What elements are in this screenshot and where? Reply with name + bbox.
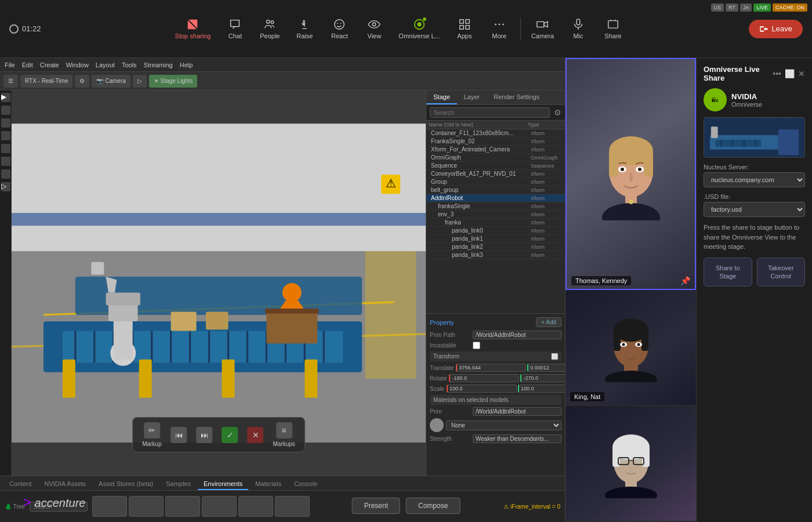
tab-render-settings[interactable]: Render Settings (487, 90, 546, 104)
takeover-control-button[interactable]: Takeover Control (757, 258, 806, 287)
markup-list[interactable]: ≡ Markups (273, 422, 295, 447)
ls-eye-btn[interactable] (1, 157, 10, 166)
share-label: Share (604, 32, 621, 39)
incastable-checkbox[interactable] (473, 342, 480, 349)
stage-lights-btn[interactable]: ☀ Stage Lights (149, 75, 197, 88)
compose-button[interactable]: Compose (406, 498, 460, 514)
tree-item[interactable]: FrankaSingle_02 Xform (426, 137, 565, 146)
panel-action-buttons: Share to Stage Takeover Control (704, 258, 805, 287)
toolbar-camera-btn[interactable]: 📷 Camera (92, 75, 130, 88)
toolbar-settings-btn[interactable]: ⚙ (75, 75, 89, 88)
scale-y[interactable] (518, 385, 565, 393)
share-button[interactable]: Share (597, 14, 629, 43)
leave-button[interactable]: Leave (749, 20, 803, 38)
camera-button[interactable]: Camera (525, 14, 560, 43)
present-button[interactable]: Present (352, 498, 400, 514)
tree-item[interactable]: panda_link1 Xform (426, 235, 565, 243)
tree-item[interactable]: ConveyorBelt_A17_PR_NVD_01 Xform (426, 170, 565, 178)
omniverse-button[interactable]: Omniverse L... (393, 14, 446, 43)
tree-item[interactable]: panda_link2 Xform (426, 243, 565, 251)
ls-camera-btn[interactable] (1, 144, 10, 153)
menu-file[interactable]: File (5, 61, 15, 68)
translate-x[interactable] (456, 364, 526, 372)
menu-help[interactable]: Help (180, 61, 193, 68)
react-button[interactable]: React (323, 14, 356, 43)
tab-content[interactable]: Content (3, 478, 38, 490)
tree-item[interactable]: Group Xform (426, 178, 565, 186)
svg-point-5 (338, 23, 339, 24)
panel-expand-icon[interactable]: ⬜ (785, 69, 795, 78)
share-to-stage-button[interactable]: Share to Stage (704, 258, 752, 287)
ls-select-btn[interactable]: ▶ (1, 93, 10, 102)
tree-item[interactable]: frankaSingle Xform (426, 202, 565, 211)
markup-close[interactable]: ✕ (248, 427, 264, 443)
ls-move-btn[interactable] (1, 106, 10, 115)
toolbar-rtx-btn[interactable]: ☰ (3, 75, 18, 88)
menu-edit[interactable]: Edit (22, 61, 33, 68)
tree-item[interactable]: panda_link3 Xform (426, 251, 565, 259)
tree-item[interactable]: panda_link0 Xform (426, 227, 565, 235)
ls-scale-btn[interactable] (1, 131, 10, 140)
tab-asset-stores[interactable]: Asset Stores (beta) (93, 478, 159, 490)
ls-render-btn[interactable] (1, 169, 10, 179)
tab-stage[interactable]: Stage (426, 90, 457, 104)
tab-layer[interactable]: Layer (457, 90, 487, 104)
panel-more-icon[interactable]: ••• (773, 69, 781, 78)
markup-pencil[interactable]: ✏ Markup (142, 422, 161, 447)
tab-samples[interactable]: Samples (160, 478, 197, 490)
toolbar-nav-btn[interactable]: ▷ (133, 75, 147, 88)
timeline-thumb (129, 496, 164, 517)
scale-x[interactable] (447, 385, 517, 393)
toolbar-mode-btn[interactable]: RTX - Real-Time (20, 75, 72, 88)
panel-close-icon[interactable]: ✕ (798, 69, 805, 78)
rotate-x[interactable] (449, 374, 519, 382)
material-select[interactable]: None (446, 420, 561, 430)
svg-point-16 (502, 24, 504, 26)
prim-path-input[interactable] (473, 331, 561, 339)
more-button[interactable]: More (483, 14, 516, 43)
tree-item[interactable]: OmniGraph OmniGraph (426, 154, 565, 162)
tree-item[interactable]: env_3 Xform (426, 211, 565, 219)
mic-button[interactable]: Mic (562, 14, 594, 43)
usd-select[interactable]: factory.usd (704, 202, 805, 217)
view-button[interactable]: View (358, 14, 390, 43)
ls-rotate-btn[interactable] (1, 118, 10, 128)
3d-viewport[interactable]: ⚠ ✏ Markup ⏮ ⏭ (12, 90, 426, 476)
menu-streaming[interactable]: Streaming (144, 61, 173, 68)
tree-item-selected[interactable]: AddtnlRobot Xform (426, 194, 565, 202)
markup-next[interactable]: ⏭ (197, 427, 213, 443)
stage-tree[interactable]: Container_F11_123x80x89cm... Xform Frank… (426, 129, 565, 313)
tab-nvidia-assets[interactable]: NVIDIA Assets (39, 478, 92, 490)
markup-prev[interactable]: ⏮ (171, 427, 187, 443)
apps-button[interactable]: Apps (448, 14, 481, 43)
transform-section[interactable]: Transform ⬜ (430, 351, 561, 361)
svg-point-3 (271, 21, 274, 24)
rotate-y[interactable] (520, 374, 565, 382)
tab-materials[interactable]: Materials (249, 478, 287, 490)
tree-item[interactable]: franka Xform (426, 219, 565, 227)
menu-tools[interactable]: Tools (122, 61, 137, 68)
ls-play-btn[interactable]: ▷ (1, 182, 10, 191)
filter-icon[interactable]: ⚙ (554, 108, 561, 117)
mat-prim-input[interactable] (473, 407, 561, 416)
tab-console[interactable]: Console (288, 478, 323, 490)
add-property-btn[interactable]: + Add (536, 317, 561, 327)
menu-layout[interactable]: Layout (96, 61, 115, 68)
menu-create[interactable]: Create (40, 61, 59, 68)
stop-sharing-button[interactable]: Stop sharing (169, 14, 217, 43)
menu-window[interactable]: Window (66, 61, 89, 68)
raise-button[interactable]: Raise (288, 14, 321, 43)
tree-item[interactable]: belt_group Xform (426, 186, 565, 194)
markup-check[interactable]: ✓ (222, 427, 238, 443)
tab-environments[interactable]: Environments (198, 478, 248, 490)
tree-item[interactable]: Container_F11_123x80x89cm... Xform (426, 129, 565, 137)
tree-item[interactable]: Xform_For_Animated_Camera Xform (426, 146, 565, 154)
strength-input[interactable] (473, 434, 561, 443)
materials-section[interactable]: Materials on selected models (430, 395, 561, 405)
tree-item[interactable]: Sequence Sequence (426, 162, 565, 170)
chat-button[interactable]: Chat (219, 14, 251, 43)
translate-y[interactable] (527, 364, 565, 372)
nucleus-select[interactable]: nucleus.company.com (704, 172, 805, 187)
stage-search-input[interactable] (430, 107, 550, 118)
people-button[interactable]: People (253, 14, 286, 43)
